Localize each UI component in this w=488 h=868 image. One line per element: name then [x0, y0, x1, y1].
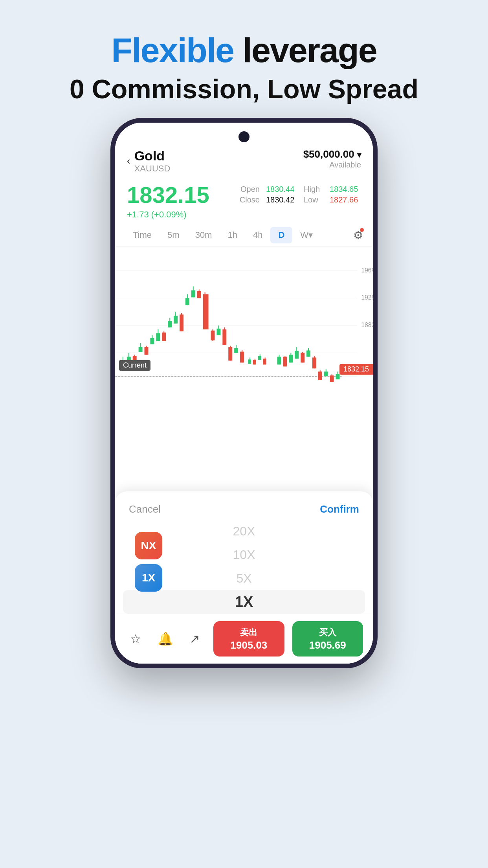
- svg-rect-62: [283, 357, 287, 366]
- tab-d[interactable]: D: [270, 227, 292, 243]
- hero-section: Flexible leverage 0 Commission, Low Spre…: [0, 0, 488, 104]
- high-label: High: [304, 185, 323, 194]
- candlestick-chart: 1969.78 1925.92 1882.05: [115, 247, 373, 392]
- cancel-button[interactable]: Cancel: [129, 503, 161, 515]
- high-value: 1834.65: [330, 185, 361, 194]
- svg-rect-72: [312, 357, 316, 368]
- svg-rect-36: [197, 291, 201, 298]
- svg-rect-42: [216, 329, 220, 335]
- svg-rect-54: [253, 360, 256, 364]
- sell-price: 1905.03: [230, 639, 267, 651]
- open-value: 1830.44: [266, 185, 297, 194]
- header-right[interactable]: $50,000.00 ▾ Available: [303, 148, 361, 169]
- current-price: 1832.15: [127, 182, 209, 208]
- tab-time[interactable]: Time: [125, 227, 160, 243]
- confirm-button[interactable]: Confirm: [320, 503, 359, 515]
- asset-name: Gold: [134, 148, 171, 164]
- settings-icon[interactable]: ⚙: [353, 229, 363, 242]
- tab-5m[interactable]: 5m: [160, 227, 187, 243]
- onex-logo: 1X: [135, 564, 162, 592]
- svg-rect-48: [234, 348, 238, 353]
- price-section: 1832.15 +1.73 (+0.09%) Open 1830.44 High…: [115, 180, 373, 224]
- hero-subtitle: 0 Commission, Low Spread: [0, 74, 488, 104]
- tab-30m[interactable]: 30m: [187, 227, 220, 243]
- chart-area[interactable]: 1969.78 1925.92 1882.05: [115, 247, 373, 392]
- svg-rect-32: [185, 298, 189, 305]
- svg-rect-28: [174, 316, 178, 324]
- svg-rect-80: [336, 374, 340, 379]
- back-arrow-icon[interactable]: ‹: [127, 155, 130, 167]
- tab-w[interactable]: W▾: [292, 227, 321, 243]
- svg-rect-66: [295, 351, 299, 359]
- time-tabs: Time 5m 30m 1h 4h D W▾ ⚙: [115, 224, 373, 247]
- bell-icon[interactable]: 🔔: [154, 628, 176, 650]
- svg-rect-26: [168, 321, 172, 327]
- ohlc-close-row: Close 1830.42 Low 1827.66: [238, 195, 361, 204]
- tab-1h[interactable]: 1h: [220, 227, 245, 243]
- svg-text:1925.92: 1925.92: [361, 294, 373, 301]
- asset-code: XAUUSD: [134, 164, 171, 174]
- svg-rect-20: [150, 338, 154, 344]
- phone-frame: ‹ Gold XAUUSD $50,000.00 ▾ Available: [110, 118, 378, 668]
- settings-notification-dot: [360, 228, 364, 232]
- svg-rect-18: [145, 347, 149, 355]
- svg-text:1969.78: 1969.78: [361, 267, 373, 274]
- svg-rect-24: [162, 333, 166, 341]
- available-label: Available: [303, 160, 361, 169]
- sell-label: 卖出: [240, 627, 257, 638]
- price-change: +1.73 (+0.09%): [127, 210, 209, 220]
- svg-rect-64: [289, 355, 293, 362]
- low-label: Low: [304, 195, 323, 204]
- buy-price: 1905.69: [309, 639, 346, 651]
- sell-button[interactable]: 卖出 1905.03: [213, 621, 284, 657]
- current-label: Current: [119, 360, 150, 371]
- buy-button[interactable]: 买入 1905.69: [292, 621, 363, 657]
- panel-actions: Cancel Confirm: [115, 499, 373, 519]
- balance-display: $50,000.00 ▾: [303, 148, 361, 160]
- svg-rect-60: [277, 357, 281, 364]
- hero-title-leverage-text: leverage: [242, 31, 376, 70]
- svg-rect-58: [263, 359, 266, 364]
- svg-rect-22: [156, 333, 160, 341]
- ohlc-open-row: Open 1830.44 High 1834.65: [238, 185, 361, 194]
- svg-rect-38: [203, 294, 209, 329]
- leverage-picker-panel: Cancel Confirm NX 1X: [115, 491, 373, 664]
- svg-rect-56: [258, 356, 261, 360]
- buy-label: 买入: [319, 627, 336, 638]
- svg-rect-44: [222, 329, 226, 345]
- phone-camera: [238, 131, 250, 142]
- svg-rect-74: [318, 371, 322, 380]
- close-label: Close: [238, 195, 260, 204]
- svg-rect-40: [211, 331, 215, 340]
- svg-rect-76: [324, 371, 328, 376]
- share-icon[interactable]: ↗: [184, 628, 205, 650]
- svg-rect-16: [139, 347, 143, 352]
- svg-rect-30: [180, 314, 183, 331]
- leverage-1x-selected[interactable]: 1X: [123, 590, 365, 614]
- nx-logo: NX: [135, 532, 162, 559]
- svg-text:1882.05: 1882.05: [361, 322, 373, 328]
- svg-rect-50: [240, 352, 244, 363]
- current-price-tag: 1832.15: [339, 364, 373, 375]
- header-left: ‹ Gold XAUUSD: [127, 148, 170, 174]
- close-value: 1830.42: [266, 195, 297, 204]
- svg-rect-68: [301, 353, 305, 362]
- phone-screen: ‹ Gold XAUUSD $50,000.00 ▾ Available: [115, 123, 373, 664]
- hero-title: Flexible leverage: [0, 31, 488, 70]
- leverage-picker-drum[interactable]: NX 1X 20X 10X 5X 1X: [115, 519, 373, 614]
- low-value: 1827.66: [330, 195, 361, 204]
- ohlc-section: Open 1830.44 High 1834.65 Close 1830.42 …: [238, 182, 361, 204]
- svg-rect-46: [228, 347, 232, 361]
- app-content: ‹ Gold XAUUSD $50,000.00 ▾ Available: [115, 123, 373, 664]
- phone-wrapper: ‹ Gold XAUUSD $50,000.00 ▾ Available: [110, 118, 378, 668]
- svg-rect-70: [306, 351, 310, 357]
- svg-rect-52: [248, 359, 251, 364]
- open-label: Open: [238, 185, 260, 194]
- trade-bar: ☆ 🔔 ↗ 卖出 1905.03 买入 1905.69: [115, 614, 373, 664]
- price-left: 1832.15 +1.73 (+0.09%): [127, 182, 209, 220]
- tab-4h[interactable]: 4h: [245, 227, 270, 243]
- hero-title-flexible: Flexible: [111, 31, 234, 70]
- asset-info: Gold XAUUSD: [134, 148, 171, 174]
- star-icon[interactable]: ☆: [125, 628, 147, 650]
- svg-rect-34: [191, 290, 195, 297]
